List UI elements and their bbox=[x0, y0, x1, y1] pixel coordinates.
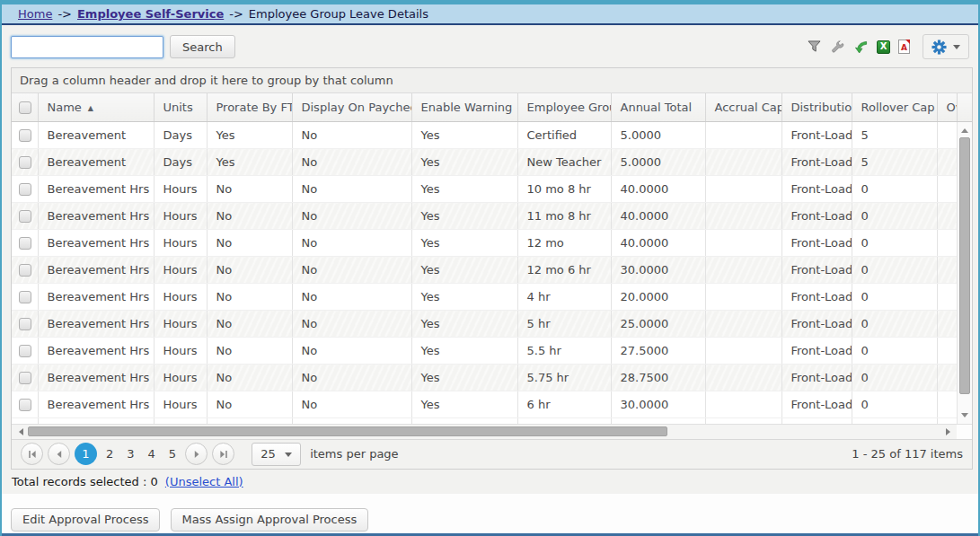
pager-last-button[interactable] bbox=[212, 443, 234, 465]
export-green-arrow-icon[interactable] bbox=[853, 40, 869, 55]
pager-page-5[interactable]: 5 bbox=[169, 447, 176, 461]
table-cell: Front-Load bbox=[781, 203, 852, 230]
scroll-left-icon[interactable] bbox=[12, 425, 26, 439]
table-cell: Front-Load bbox=[781, 149, 852, 176]
breadcrumb-link-home[interactable]: Home bbox=[18, 7, 52, 21]
excel-export-icon[interactable]: X bbox=[877, 40, 890, 54]
table-cell: Hours bbox=[154, 284, 207, 311]
table-cell: Bereavement Hrs bbox=[38, 176, 154, 203]
select-all-checkbox[interactable] bbox=[19, 101, 31, 114]
column-header-accrual-cap[interactable]: Accrual Cap bbox=[705, 93, 781, 121]
table-cell: 40.0000 bbox=[611, 203, 705, 230]
column-header-label: Distribution bbox=[791, 101, 852, 114]
pager-first-button[interactable] bbox=[21, 443, 43, 465]
row-checkbox[interactable] bbox=[19, 183, 31, 196]
table-cell: Front-Load bbox=[781, 176, 852, 203]
column-header-label: Employee Group bbox=[527, 101, 612, 114]
table-cell: Bereavement Hrs bbox=[38, 257, 154, 284]
pdf-export-icon[interactable]: A bbox=[898, 40, 910, 54]
grid-body: BereavementDaysYesNoYesCertified5.0000Fr… bbox=[12, 122, 972, 424]
row-checkbox-cell bbox=[12, 203, 38, 230]
column-header-rollover-cap[interactable]: Rollover Cap bbox=[852, 93, 937, 121]
table-cell: 40.0000 bbox=[611, 230, 705, 257]
column-header-annual-total[interactable]: Annual Total bbox=[611, 93, 705, 121]
column-header-display-on-paycheck[interactable]: Display On Paycheck bbox=[292, 93, 411, 121]
pager-page-4[interactable]: 4 bbox=[148, 447, 155, 461]
table-cell: No bbox=[207, 284, 292, 311]
row-checkbox[interactable] bbox=[19, 156, 31, 169]
column-header-prorate-by-fte[interactable]: Prorate By FTE bbox=[207, 93, 292, 121]
vertical-scrollbar[interactable] bbox=[957, 122, 972, 424]
search-input[interactable] bbox=[11, 36, 163, 58]
search-button[interactable]: Search bbox=[170, 35, 235, 58]
table-cell bbox=[705, 418, 781, 424]
table-cell bbox=[937, 257, 957, 284]
pager-page-2[interactable]: 2 bbox=[106, 447, 113, 461]
column-header-label: Prorate By FTE bbox=[216, 101, 293, 114]
scroll-right-icon[interactable] bbox=[942, 425, 957, 439]
pager-next-button[interactable] bbox=[185, 443, 207, 465]
table-cell: Yes bbox=[411, 365, 517, 391]
table-cell: No bbox=[292, 203, 411, 230]
table-cell: New Teacher bbox=[517, 149, 611, 176]
table-cell: Bereavement Hrs bbox=[38, 365, 154, 391]
pager-previous-button[interactable] bbox=[48, 443, 70, 465]
settings-gear-button[interactable] bbox=[923, 34, 969, 59]
table-cell: Bereavement Hrs bbox=[38, 284, 154, 311]
scroll-up-icon[interactable] bbox=[958, 122, 972, 136]
toolbar: Search X A bbox=[11, 32, 969, 61]
row-checkbox[interactable] bbox=[19, 399, 31, 411]
breadcrumb: Home -> Employee Self-Service -> Employe… bbox=[2, 4, 978, 25]
pager-page-1-active[interactable]: 1 bbox=[75, 443, 97, 465]
table-cell bbox=[781, 418, 852, 424]
scroll-down-icon[interactable] bbox=[958, 410, 972, 424]
row-checkbox[interactable] bbox=[19, 264, 31, 277]
column-header-label: Ov bbox=[947, 101, 958, 114]
horizontal-scrollbar[interactable] bbox=[12, 425, 957, 439]
vertical-scrollbar-thumb[interactable] bbox=[959, 137, 970, 394]
pdf-fold bbox=[905, 40, 910, 44]
filter-icon[interactable] bbox=[807, 40, 822, 55]
row-checkbox[interactable] bbox=[19, 237, 31, 250]
group-by-drop-zone[interactable]: Drag a column header and drop it here to… bbox=[12, 68, 972, 93]
column-header-distribution[interactable]: Distribution bbox=[781, 93, 852, 121]
column-header-ov[interactable]: Ov bbox=[937, 93, 957, 121]
page-size-dropdown[interactable]: 25 bbox=[252, 443, 301, 466]
breadcrumb-current-page: Employee Group Leave Details bbox=[249, 7, 428, 21]
edit-approval-process-button[interactable]: Edit Approval Process bbox=[11, 508, 160, 532]
table-cell bbox=[705, 230, 781, 257]
row-checkbox[interactable] bbox=[19, 210, 31, 223]
table-cell bbox=[705, 311, 781, 338]
table-cell: 30.0000 bbox=[611, 257, 705, 284]
horizontal-scrollbar-thumb[interactable] bbox=[28, 426, 667, 436]
column-header-label: Rollover Cap bbox=[861, 101, 935, 114]
mass-assign-approval-process-button[interactable]: Mass Assign Approval Process bbox=[171, 508, 369, 532]
table-cell bbox=[852, 418, 937, 424]
table-cell: No bbox=[207, 176, 292, 203]
pager-page-3[interactable]: 3 bbox=[127, 447, 134, 461]
table-cell: 0 bbox=[852, 391, 937, 418]
row-checkbox[interactable] bbox=[19, 291, 31, 303]
table-cell: Front-Load bbox=[781, 311, 852, 338]
table-cell: Bereavement bbox=[38, 122, 154, 149]
wrench-icon[interactable] bbox=[830, 40, 845, 55]
data-grid: Drag a column header and drop it here to… bbox=[11, 67, 973, 470]
row-checkbox-cell bbox=[12, 230, 38, 257]
column-header-name[interactable]: Name▲ bbox=[38, 93, 154, 121]
row-checkbox[interactable] bbox=[19, 318, 31, 330]
table-cell bbox=[937, 203, 957, 230]
breadcrumb-link-employee-self-service[interactable]: Employee Self-Service bbox=[77, 7, 224, 21]
table-cell: 5 hr bbox=[517, 311, 611, 338]
column-header-enable-warning[interactable]: Enable Warning bbox=[411, 93, 517, 121]
table-cell: 20.0000 bbox=[611, 284, 705, 311]
row-checkbox-cell bbox=[12, 257, 38, 284]
row-checkbox[interactable] bbox=[19, 129, 31, 142]
row-checkbox-cell bbox=[12, 418, 38, 424]
sort-ascending-icon: ▲ bbox=[88, 104, 93, 112]
column-header-units[interactable]: Units bbox=[154, 93, 207, 121]
column-header-employee-group[interactable]: Employee Group bbox=[517, 93, 611, 121]
select-all-header-cell bbox=[12, 93, 38, 121]
unselect-all-link[interactable]: (Unselect All) bbox=[165, 475, 243, 488]
row-checkbox[interactable] bbox=[19, 345, 31, 357]
row-checkbox[interactable] bbox=[19, 372, 31, 384]
